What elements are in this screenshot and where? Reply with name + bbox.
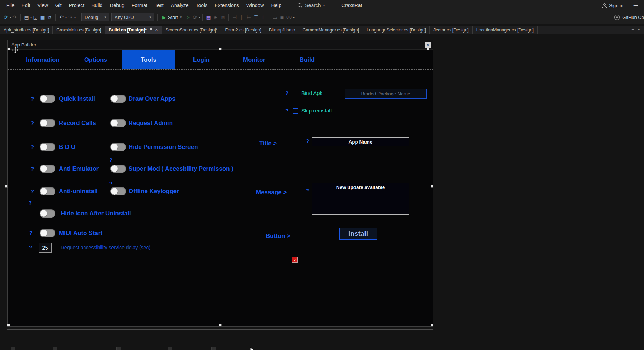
- tab-tools[interactable]: Tools: [122, 50, 175, 69]
- checkbox-enabled-red[interactable]: ✓: [292, 257, 298, 262]
- toggle-hide-permission-screen[interactable]: [110, 143, 126, 151]
- make-same-size-icon[interactable]: ▭: [271, 15, 278, 20]
- chevron-down-icon[interactable]: ▾: [74, 16, 76, 19]
- github-copilot-button[interactable]: GitHub Co: [614, 11, 644, 24]
- tab-information[interactable]: Information: [16, 50, 69, 69]
- pin-icon[interactable]: [149, 28, 152, 32]
- doc-tab-locationmanager[interactable]: LocationManager.cs [Design]: [473, 26, 538, 34]
- doc-tab-languageselector[interactable]: LanguageSelector.cs [Design]: [363, 26, 430, 34]
- menu-item-window[interactable]: Window: [243, 0, 268, 11]
- toggle-offline-keylogger[interactable]: [110, 187, 126, 195]
- checkbox-bind-apk[interactable]: [293, 91, 298, 96]
- form-close-icon[interactable]: ✕: [425, 42, 431, 48]
- designer-surface[interactable]: App Builder ✕ Information Options Tools …: [0, 34, 644, 350]
- designed-form[interactable]: App Builder ✕ Information Options Tools …: [7, 40, 433, 327]
- save-icon[interactable]: ▣: [39, 15, 46, 20]
- help-icon: ?: [31, 120, 34, 126]
- toggle-quick-install[interactable]: [40, 95, 55, 103]
- menu-item-analyze[interactable]: Analyze: [167, 0, 192, 11]
- menu-item-tools[interactable]: Tools: [192, 0, 211, 11]
- menu-item-file[interactable]: File: [3, 0, 18, 11]
- selection-handle-middle-right[interactable]: [431, 185, 433, 188]
- selection-handle-bottom-right[interactable]: [431, 324, 433, 326]
- show-grid-icon[interactable]: ▦: [205, 15, 212, 20]
- new-file-icon[interactable]: ▤: [23, 15, 30, 20]
- configuration-dropdown[interactable]: Debug ▾: [81, 13, 109, 21]
- hot-reload-icon[interactable]: ⟳: [2, 15, 9, 20]
- save-all-icon[interactable]: ⧉: [46, 15, 53, 20]
- app-name-input[interactable]: [312, 138, 409, 146]
- toolbar-overflow-icon[interactable]: ▾: [293, 16, 295, 19]
- layers-icon[interactable]: ⧈: [219, 15, 226, 20]
- doc-tab-craxsmain[interactable]: CraxsMain.cs [Design]: [53, 26, 105, 34]
- menu-item-format[interactable]: Format: [128, 0, 151, 11]
- tab-login[interactable]: Login: [175, 50, 228, 69]
- minimize-button[interactable]: —: [633, 0, 638, 10]
- platform-value: Any CPU: [115, 15, 134, 20]
- toggle-hide-icon-after-uninstall[interactable]: [40, 209, 55, 218]
- menu-item-help[interactable]: Help: [267, 0, 285, 11]
- doc-tab-cameramanager[interactable]: CameraManager.cs [Design]: [299, 26, 363, 34]
- toggle-draw-over-apps[interactable]: [110, 95, 126, 103]
- undo-icon[interactable]: ↶: [58, 15, 65, 20]
- toggle-request-admin[interactable]: [110, 119, 126, 127]
- selection-handle-top-left[interactable]: [7, 48, 10, 50]
- tab-order-icon[interactable]: 00: [286, 15, 293, 19]
- accessibility-delay-input[interactable]: [39, 243, 52, 252]
- toggle-record-calls[interactable]: [40, 119, 55, 127]
- menu-item-extensions[interactable]: Extensions: [211, 0, 242, 11]
- doc-tab-jector[interactable]: Jector.cs [Design]: [430, 26, 473, 34]
- align-lefts-icon[interactable]: ⊣: [231, 15, 238, 20]
- sign-in-button[interactable]: Sign in: [602, 0, 623, 11]
- restart-icon[interactable]: ⟳: [191, 15, 198, 20]
- menu-item-edit[interactable]: Edit: [18, 0, 34, 11]
- align-bottoms-icon[interactable]: ⊥: [260, 15, 267, 20]
- spacing-icon[interactable]: ≡: [278, 15, 286, 20]
- start-debugging-button[interactable]: ▶ Start ▾: [160, 15, 184, 20]
- chevron-down-icon[interactable]: ▾: [638, 28, 640, 31]
- doc-tab-build-active[interactable]: Build.cs [Design]* ✕: [105, 26, 162, 34]
- navigate-forward-icon[interactable]: ↷: [11, 15, 18, 20]
- tab-monitor[interactable]: Monitor: [228, 50, 281, 69]
- binded-package-name-input[interactable]: [345, 89, 427, 99]
- toggle-miui-auto-start[interactable]: [40, 229, 55, 237]
- menu-item-test[interactable]: Test: [151, 0, 167, 11]
- doc-tab-apk-studio[interactable]: Apk_studio.cs [Design]: [0, 26, 53, 34]
- selection-handle-middle-left[interactable]: [5, 185, 8, 188]
- doc-tab-bitmap1[interactable]: Bitmap1.bmp: [265, 26, 299, 34]
- tab-options[interactable]: Options: [69, 50, 122, 69]
- open-folder-icon[interactable]: ◱: [32, 15, 39, 20]
- form-resize-edge[interactable]: [7, 329, 433, 330]
- move-handle-icon[interactable]: [12, 47, 19, 55]
- snap-to-grid-icon[interactable]: ⊞: [212, 15, 219, 20]
- doc-tab-form2[interactable]: Form2.cs [Design]: [221, 26, 265, 34]
- menu-item-project[interactable]: Project: [65, 0, 88, 11]
- redo-icon[interactable]: ↷: [67, 15, 74, 20]
- align-rights-icon[interactable]: ⊢: [245, 15, 252, 20]
- align-tops-icon[interactable]: ⊤: [252, 15, 260, 20]
- menu-item-debug[interactable]: Debug: [106, 0, 128, 11]
- menu-item-git[interactable]: Git: [52, 0, 65, 11]
- chevron-down-icon[interactable]: ▾: [199, 16, 200, 19]
- search-box[interactable]: Search ▾: [298, 2, 325, 8]
- tab-build[interactable]: Build: [281, 50, 333, 69]
- menu-item-view[interactable]: View: [34, 0, 52, 11]
- menu-item-build[interactable]: Build: [88, 0, 106, 11]
- start-without-debugging-icon[interactable]: ▷: [184, 15, 191, 20]
- toggle-anti-emulator[interactable]: [40, 165, 55, 173]
- doc-tab-screenshoter[interactable]: ScreenShoter.cs [Design]*: [162, 26, 222, 34]
- update-message-input[interactable]: New update available: [312, 183, 409, 215]
- toggle-anti-uninstall[interactable]: [40, 187, 55, 195]
- close-icon[interactable]: ✕: [155, 28, 158, 32]
- selection-handle-bottom-left[interactable]: [7, 324, 10, 326]
- align-centers-icon[interactable]: ∥: [238, 15, 245, 20]
- toggle-bdu[interactable]: [40, 143, 55, 151]
- tab-list-icon[interactable]: ≡: [631, 28, 634, 32]
- platform-dropdown[interactable]: Any CPU ▾: [111, 13, 154, 21]
- checkbox-skip-reinstall[interactable]: [293, 108, 298, 114]
- selection-handle-top-center[interactable]: [219, 48, 222, 50]
- install-button[interactable]: install: [339, 228, 377, 240]
- toggle-super-mod[interactable]: [110, 165, 126, 173]
- selection-handle-bottom-center[interactable]: [219, 324, 222, 326]
- selection-handle-top-right[interactable]: [427, 48, 429, 50]
